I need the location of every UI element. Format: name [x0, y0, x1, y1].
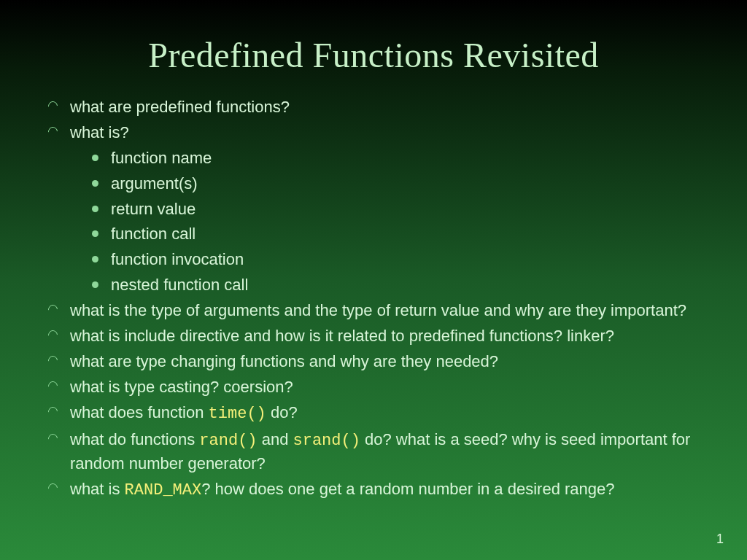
bullet-item: what do functions rand() and srand() do?… [70, 428, 711, 476]
sub-bullet-item: function call [111, 222, 711, 246]
bullet-text-post: ? how does one get a random number in a … [201, 480, 614, 498]
code-snippet: time() [209, 405, 266, 423]
bullet-item: what are predefined functions? [70, 96, 711, 119]
sub-bullet-item: function name [111, 147, 711, 170]
sub-bullet-item: return value [111, 198, 711, 221]
bullet-item: what are type changing functions and why… [70, 350, 711, 373]
bullet-item: what is? function name argument(s) retur… [70, 121, 711, 297]
bullet-item: what does function time() do? [70, 401, 711, 426]
page-number: 1 [716, 532, 724, 547]
bullet-text-pre: what do functions [70, 430, 199, 448]
bullet-item: what is include directive and how is it … [70, 324, 711, 348]
bullet-text-pre: what does function [70, 403, 209, 421]
bullet-item: what is the type of arguments and the ty… [70, 299, 711, 322]
bullet-text-pre: what is [70, 480, 125, 498]
bullet-text-mid: and [258, 430, 293, 448]
bullet-list: what are predefined functions? what is? … [36, 96, 711, 502]
code-snippet: RAND_MAX [125, 481, 202, 499]
bullet-text-post: do? [266, 403, 298, 421]
sub-bullet-item: nested function call [111, 273, 711, 297]
bullet-item: what is type casting? coersion? [70, 376, 711, 399]
slide: Predefined Functions Revisited what are … [0, 0, 747, 560]
sub-bullet-item: argument(s) [111, 172, 711, 195]
bullet-item: what is RAND_MAX? how does one get a ran… [70, 478, 711, 502]
sub-bullet-list: function name argument(s) return value f… [70, 147, 711, 297]
sub-bullet-item: function invocation [111, 248, 711, 271]
slide-title: Predefined Functions Revisited [36, 35, 711, 75]
code-snippet: srand() [293, 432, 360, 450]
bullet-text: what is? [70, 123, 129, 141]
code-snippet: rand() [199, 432, 257, 450]
